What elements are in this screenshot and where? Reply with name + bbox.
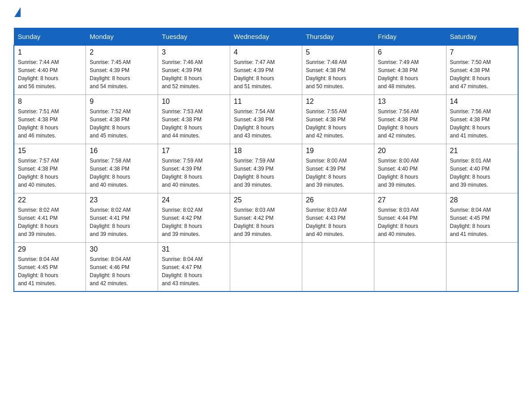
day-number: 19 [306,147,370,155]
day-info: Sunrise: 7:59 AMSunset: 4:39 PMDaylight:… [234,158,275,188]
day-number: 9 [90,98,154,106]
day-number: 22 [18,196,82,204]
col-monday: Monday [86,28,158,46]
day-number: 28 [450,196,514,204]
day-info: Sunrise: 8:03 AMSunset: 4:42 PMDaylight:… [234,207,275,237]
day-info: Sunrise: 8:04 AMSunset: 4:45 PMDaylight:… [450,207,491,237]
day-info: Sunrise: 7:45 AMSunset: 4:39 PMDaylight:… [90,59,130,90]
day-number: 31 [162,245,226,253]
day-number: 23 [90,196,154,204]
day-number: 18 [234,147,298,155]
day-info: Sunrise: 7:46 AMSunset: 4:39 PMDaylight:… [162,59,202,90]
calendar-cell: 3 Sunrise: 7:46 AMSunset: 4:39 PMDayligh… [158,45,230,94]
col-sunday: Sunday [14,28,86,46]
calendar-cell: 30 Sunrise: 8:04 AMSunset: 4:46 PMDaylig… [86,242,158,291]
calendar-table: Sunday Monday Tuesday Wednesday Thursday… [13,28,519,292]
day-info: Sunrise: 8:04 AMSunset: 4:46 PMDaylight:… [90,256,130,287]
day-info: Sunrise: 8:02 AMSunset: 4:41 PMDaylight:… [18,207,59,237]
day-info: Sunrise: 7:50 AMSunset: 4:38 PMDaylight:… [450,59,491,90]
calendar-cell: 16 Sunrise: 7:58 AMSunset: 4:38 PMDaylig… [86,144,158,193]
day-number: 25 [234,196,298,204]
calendar-cell: 5 Sunrise: 7:48 AMSunset: 4:38 PMDayligh… [302,45,374,94]
day-number: 3 [162,48,226,56]
calendar-cell: 8 Sunrise: 7:51 AMSunset: 4:38 PMDayligh… [14,94,86,144]
day-number: 14 [450,98,514,106]
col-wednesday: Wednesday [230,28,302,46]
calendar-cell: 1 Sunrise: 7:44 AMSunset: 4:40 PMDayligh… [14,45,86,94]
day-info: Sunrise: 7:57 AMSunset: 4:38 PMDaylight:… [18,158,59,188]
calendar-cell: 4 Sunrise: 7:47 AMSunset: 4:39 PMDayligh… [230,45,302,94]
day-info: Sunrise: 7:54 AMSunset: 4:38 PMDaylight:… [234,108,275,139]
calendar-cell [302,242,374,291]
day-info: Sunrise: 7:56 AMSunset: 4:38 PMDaylight:… [378,108,419,139]
day-number: 4 [234,48,298,56]
col-friday: Friday [374,28,446,46]
day-number: 5 [306,48,370,56]
day-info: Sunrise: 7:48 AMSunset: 4:38 PMDaylight:… [306,59,347,90]
calendar-cell: 12 Sunrise: 7:55 AMSunset: 4:38 PMDaylig… [302,94,374,144]
day-number: 16 [90,147,154,155]
calendar-cell: 20 Sunrise: 8:00 AMSunset: 4:40 PMDaylig… [374,144,446,193]
logo [13,9,21,19]
day-info: Sunrise: 7:49 AMSunset: 4:38 PMDaylight:… [378,59,419,90]
calendar-cell: 27 Sunrise: 8:03 AMSunset: 4:44 PMDaylig… [374,193,446,242]
day-info: Sunrise: 8:04 AMSunset: 4:47 PMDaylight:… [162,256,202,287]
day-info: Sunrise: 8:00 AMSunset: 4:40 PMDaylight:… [378,158,419,188]
calendar-week-row: 8 Sunrise: 7:51 AMSunset: 4:38 PMDayligh… [14,94,518,144]
calendar-week-row: 29 Sunrise: 8:04 AMSunset: 4:45 PMDaylig… [14,242,518,291]
calendar-cell: 24 Sunrise: 8:02 AMSunset: 4:42 PMDaylig… [158,193,230,242]
col-thursday: Thursday [302,28,374,46]
day-info: Sunrise: 8:00 AMSunset: 4:39 PMDaylight:… [306,158,347,188]
day-info: Sunrise: 8:03 AMSunset: 4:43 PMDaylight:… [306,207,347,237]
calendar-cell: 10 Sunrise: 7:53 AMSunset: 4:38 PMDaylig… [158,94,230,144]
day-info: Sunrise: 7:52 AMSunset: 4:38 PMDaylight:… [90,108,130,139]
day-info: Sunrise: 7:58 AMSunset: 4:38 PMDaylight:… [90,158,130,188]
day-info: Sunrise: 7:51 AMSunset: 4:38 PMDaylight:… [18,108,59,139]
calendar-cell [446,242,518,291]
calendar-week-row: 15 Sunrise: 7:57 AMSunset: 4:38 PMDaylig… [14,144,518,193]
day-info: Sunrise: 7:59 AMSunset: 4:39 PMDaylight:… [162,158,202,188]
day-info: Sunrise: 8:01 AMSunset: 4:40 PMDaylight:… [450,158,491,188]
col-saturday: Saturday [446,28,518,46]
day-number: 7 [450,48,514,56]
day-number: 2 [90,48,154,56]
calendar-cell: 25 Sunrise: 8:03 AMSunset: 4:42 PMDaylig… [230,193,302,242]
day-number: 1 [18,48,82,56]
calendar-cell: 17 Sunrise: 7:59 AMSunset: 4:39 PMDaylig… [158,144,230,193]
day-info: Sunrise: 8:02 AMSunset: 4:42 PMDaylight:… [162,207,202,237]
calendar-week-row: 22 Sunrise: 8:02 AMSunset: 4:41 PMDaylig… [14,193,518,242]
day-number: 8 [18,98,82,106]
day-number: 26 [306,196,370,204]
day-info: Sunrise: 7:55 AMSunset: 4:38 PMDaylight:… [306,108,347,139]
day-number: 15 [18,147,82,155]
calendar-cell: 26 Sunrise: 8:03 AMSunset: 4:43 PMDaylig… [302,193,374,242]
day-number: 24 [162,196,226,204]
day-info: Sunrise: 8:04 AMSunset: 4:45 PMDaylight:… [18,256,59,287]
day-number: 11 [234,98,298,106]
col-tuesday: Tuesday [158,28,230,46]
calendar-cell: 22 Sunrise: 8:02 AMSunset: 4:41 PMDaylig… [14,193,86,242]
day-number: 13 [378,98,442,106]
calendar-cell: 2 Sunrise: 7:45 AMSunset: 4:39 PMDayligh… [86,45,158,94]
day-info: Sunrise: 8:03 AMSunset: 4:44 PMDaylight:… [378,207,419,237]
day-info: Sunrise: 8:02 AMSunset: 4:41 PMDaylight:… [90,207,130,237]
calendar-week-row: 1 Sunrise: 7:44 AMSunset: 4:40 PMDayligh… [14,45,518,94]
calendar-cell [374,242,446,291]
day-number: 29 [18,245,82,253]
day-number: 21 [450,147,514,155]
calendar-cell: 29 Sunrise: 8:04 AMSunset: 4:45 PMDaylig… [14,242,86,291]
calendar-cell: 11 Sunrise: 7:54 AMSunset: 4:38 PMDaylig… [230,94,302,144]
day-info: Sunrise: 7:53 AMSunset: 4:38 PMDaylight:… [162,108,202,139]
page-header [13,9,519,19]
calendar-header-row: Sunday Monday Tuesday Wednesday Thursday… [14,28,518,46]
day-info: Sunrise: 7:44 AMSunset: 4:40 PMDaylight:… [18,59,59,90]
day-number: 10 [162,98,226,106]
logo-arrow-icon [14,7,21,17]
calendar-cell: 21 Sunrise: 8:01 AMSunset: 4:40 PMDaylig… [446,144,518,193]
calendar-cell: 9 Sunrise: 7:52 AMSunset: 4:38 PMDayligh… [86,94,158,144]
day-info: Sunrise: 7:47 AMSunset: 4:39 PMDaylight:… [234,59,275,90]
calendar-cell [230,242,302,291]
day-number: 6 [378,48,442,56]
day-info: Sunrise: 7:56 AMSunset: 4:38 PMDaylight:… [450,108,491,139]
day-number: 30 [90,245,154,253]
